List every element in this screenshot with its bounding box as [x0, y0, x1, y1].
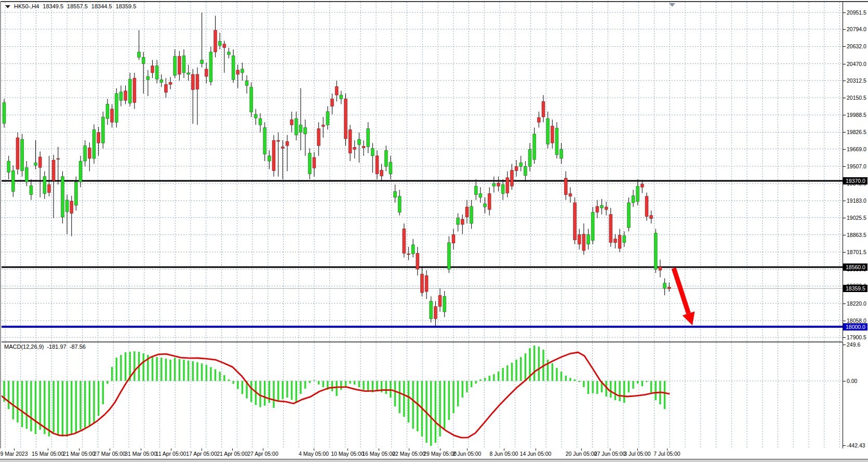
- candle-down: [497, 183, 500, 186]
- candle-down: [650, 216, 653, 219]
- macd-bar: [206, 365, 207, 381]
- macd-bar: [363, 381, 364, 390]
- candle-down: [330, 99, 333, 106]
- candle-down: [461, 219, 464, 225]
- macd-bar: [462, 381, 463, 398]
- time-tick-label: 8 Jun 05:00: [490, 451, 518, 457]
- macd-bar: [161, 358, 162, 381]
- price-tick-label: 20470.0: [847, 61, 866, 67]
- macd-indicator-panel[interactable]: [2, 341, 843, 449]
- candle-down: [510, 170, 513, 186]
- candle-up: [528, 150, 531, 167]
- macd-axis-label: 249.6: [847, 341, 860, 348]
- candle-up: [371, 148, 374, 155]
- candle-down: [281, 147, 284, 148]
- candle-up: [389, 162, 392, 174]
- candle-down: [322, 125, 325, 126]
- macd-bar: [282, 381, 284, 399]
- candle-up: [474, 186, 477, 194]
- sell-arrow-head[interactable]: [683, 311, 695, 325]
- macd-bar: [556, 368, 557, 381]
- macd-chart[interactable]: [2, 342, 843, 448]
- candle-down: [70, 201, 73, 214]
- macd-bar: [165, 359, 167, 381]
- candle-down: [290, 120, 293, 125]
- macd-bar: [174, 358, 176, 381]
- macd-bar: [192, 361, 194, 381]
- macd-bar: [435, 381, 436, 443]
- macd-bar: [259, 381, 261, 407]
- macd-bar: [116, 358, 117, 381]
- macd-signal-value: -87.56: [70, 344, 86, 350]
- macd-histogram: [3, 346, 665, 446]
- ohlc-high: 18557.5: [67, 3, 88, 9]
- macd-bar: [75, 381, 77, 432]
- time-axis[interactable]: 9 Mar 202315 Mar 05:0021 Mar 05:0027 Mar…: [0, 448, 868, 459]
- candle-down: [169, 82, 172, 84]
- macd-bar: [215, 369, 216, 381]
- time-tick-label: 17 Apr 05:00: [186, 451, 217, 457]
- macd-bar: [273, 381, 274, 408]
- price-tick: [843, 201, 846, 201]
- candle-down: [613, 239, 617, 243]
- candle-up: [268, 156, 271, 161]
- macd-bar: [44, 381, 45, 434]
- candle-down: [452, 234, 455, 243]
- symbol-dropdown-icon[interactable]: [5, 5, 10, 8]
- time-tick-label: 31 Mar 05:00: [125, 451, 157, 457]
- candle-down: [596, 206, 599, 212]
- macd-bar: [309, 381, 311, 383]
- time-tick-label: 9 Mar 2023: [0, 451, 28, 457]
- macd-bar: [340, 381, 342, 390]
- price-badge-18000.0: 18000.0: [843, 323, 867, 331]
- main-chart-area[interactable]: [2, 2, 843, 341]
- price-tick: [843, 303, 846, 304]
- candle-down: [205, 69, 208, 76]
- candle-up: [560, 150, 563, 159]
- macd-bar: [390, 381, 391, 398]
- candle-up: [430, 301, 433, 319]
- candle-down: [465, 207, 469, 217]
- candle-up: [398, 196, 401, 213]
- candle-up: [654, 233, 657, 269]
- candle-up: [519, 163, 523, 166]
- macd-bar: [331, 381, 333, 391]
- macd-bar: [232, 381, 234, 384]
- candle-up: [447, 243, 450, 269]
- candle-up: [84, 146, 87, 161]
- price-tick: [843, 149, 846, 150]
- macd-bar: [448, 381, 450, 420]
- macd-axis-label: -442.43: [847, 442, 865, 448]
- candle-down: [111, 109, 114, 123]
- price-tick-label: 19669.0: [847, 146, 866, 152]
- macd-bar: [318, 381, 319, 385]
- candle-down: [151, 66, 154, 73]
- macd-bar: [403, 381, 405, 417]
- macd-bar: [336, 381, 337, 396]
- candle-up: [61, 177, 64, 217]
- price-badge-18560.0: 18560.0: [843, 263, 867, 271]
- price-tick: [843, 46, 846, 47]
- price-axis[interactable]: 20951.520794.020632.020470.020312.520150…: [843, 2, 868, 448]
- candle-up: [119, 92, 123, 100]
- macd-bar: [520, 357, 522, 381]
- macd-bar: [354, 381, 355, 385]
- candlestick-chart[interactable]: [2, 2, 843, 341]
- macd-bar: [21, 381, 23, 427]
- ohlc-open: 18349.5: [43, 3, 63, 9]
- macd-bar: [655, 381, 657, 400]
- candle-up: [411, 245, 415, 254]
- macd-bar: [286, 381, 288, 398]
- candle-up: [591, 212, 594, 240]
- time-tick-label: 22 May 05:00: [392, 451, 425, 457]
- macd-bar: [349, 381, 351, 384]
- macd-bar: [300, 381, 301, 394]
- candle-up: [546, 118, 550, 144]
- time-tick-label: 14 Jun 05:00: [520, 451, 552, 457]
- candle-up: [92, 130, 96, 159]
- macd-bar: [98, 381, 99, 416]
- macd-bar: [179, 359, 180, 381]
- macd-bar: [533, 346, 535, 381]
- candle-down: [133, 78, 136, 102]
- sell-arrow-shaft[interactable]: [674, 268, 689, 313]
